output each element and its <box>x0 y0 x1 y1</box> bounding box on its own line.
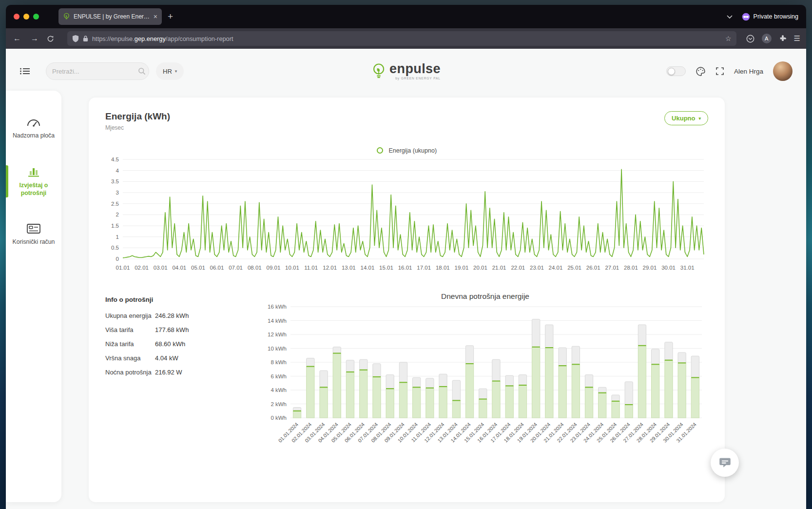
svg-text:1.5: 1.5 <box>111 223 119 229</box>
account-icon[interactable]: A <box>762 34 772 43</box>
svg-text:0: 0 <box>116 256 119 262</box>
info-row: Niža tarifa68.60 kWh <box>105 340 248 348</box>
url-bar[interactable]: https://enpulse.gep.energy/app/consumpti… <box>67 31 736 46</box>
user-name: Alen Hrga <box>734 68 763 75</box>
svg-text:18.01: 18.01 <box>436 265 450 271</box>
tab-title: ENPULSE | by Green Energy Pal <box>74 13 150 20</box>
sidebar-item-label: Izvještaj o potrošnji <box>10 182 58 197</box>
svg-text:07.01: 07.01 <box>229 265 243 271</box>
chat-bubble-icon <box>718 456 732 470</box>
url-domain: gep.energy <box>135 35 166 42</box>
svg-text:04.01: 04.01 <box>172 265 186 271</box>
svg-text:14 kWh: 14 kWh <box>268 318 287 324</box>
svg-text:27.01: 27.01 <box>605 265 619 271</box>
back-button[interactable]: ← <box>12 34 22 43</box>
svg-text:0.5: 0.5 <box>111 245 119 251</box>
info-row: Noćna potrošnja216.92 W <box>105 369 248 376</box>
svg-text:03.01: 03.01 <box>154 265 168 271</box>
svg-text:15.01: 15.01 <box>379 265 393 271</box>
chevron-down-icon: ▾ <box>698 116 701 121</box>
chat-launcher-button[interactable] <box>711 449 739 477</box>
sidebar-item-label: Korisnički račun <box>13 238 55 246</box>
logo-wordmark: enpulse <box>389 62 441 76</box>
site-favicon-icon <box>63 13 70 20</box>
svg-text:20.01: 20.01 <box>473 265 487 271</box>
svg-text:23.01: 23.01 <box>530 265 544 271</box>
svg-text:10 kWh: 10 kWh <box>268 346 287 352</box>
sidebar-item-consumption-report[interactable]: Izvještaj o potrošnji <box>6 161 61 202</box>
info-row: Viša tarifa177.68 kWh <box>105 326 248 333</box>
svg-text:4.5: 4.5 <box>111 157 119 162</box>
window-controls <box>14 14 39 20</box>
svg-text:3.5: 3.5 <box>111 178 119 184</box>
search-input[interactable] <box>52 68 138 75</box>
sidebar: Nadzorna ploča Izvještaj o potrošnji Kor… <box>6 91 61 502</box>
sidebar-item-account[interactable]: Korisnički račun <box>6 218 61 251</box>
tab-list-chevron-icon[interactable] <box>726 15 733 19</box>
svg-text:2 kWh: 2 kWh <box>271 401 287 407</box>
bar-chart-title: Dnevna potrošnja energije <box>262 292 708 301</box>
svg-text:02.01: 02.01 <box>135 265 149 271</box>
language-selector[interactable]: HR ▾ <box>156 62 184 80</box>
svg-text:31.01: 31.01 <box>680 265 695 271</box>
svg-text:8 kWh: 8 kWh <box>271 359 287 365</box>
svg-text:21.01: 21.01 <box>492 265 506 271</box>
legend-ring-icon <box>377 147 383 154</box>
svg-text:30.01: 30.01 <box>661 265 676 271</box>
lock-icon[interactable] <box>83 35 88 42</box>
url-prefix: https://enpulse. <box>92 35 135 42</box>
svg-text:01.01: 01.01 <box>116 265 130 271</box>
svg-text:6 kWh: 6 kWh <box>271 373 287 379</box>
private-mask-icon <box>742 13 750 21</box>
svg-text:25.01: 25.01 <box>567 265 581 271</box>
search-icon[interactable] <box>138 67 146 75</box>
reload-button[interactable] <box>47 35 58 42</box>
tracking-shield-icon[interactable] <box>72 35 79 42</box>
url-text: https://enpulse.gep.energy/app/consumpti… <box>92 35 233 42</box>
browser-window: ENPULSE | by Green Energy Pal × + Privat… <box>6 5 806 509</box>
search-box <box>46 62 149 80</box>
close-window-button[interactable] <box>14 14 19 20</box>
private-browsing-badge: Private browsing <box>742 13 798 21</box>
tab-close-icon[interactable]: × <box>154 13 157 20</box>
report-title: Energija (kWh) <box>105 111 170 122</box>
svg-text:4: 4 <box>116 168 119 174</box>
svg-text:3: 3 <box>116 190 119 196</box>
bookmark-star-icon[interactable]: ☆ <box>725 35 732 42</box>
new-tab-button[interactable]: + <box>168 11 173 22</box>
svg-text:0 kWh: 0 kWh <box>271 415 287 421</box>
minimize-window-button[interactable] <box>23 14 29 20</box>
dark-mode-toggle[interactable] <box>666 66 686 76</box>
browser-tab[interactable]: ENPULSE | by Green Energy Pal × <box>58 8 162 25</box>
pocket-icon[interactable] <box>746 35 754 43</box>
line-chart-legend[interactable]: Energija (ukupno) <box>105 146 708 155</box>
svg-text:4 kWh: 4 kWh <box>271 387 287 393</box>
sidebar-item-label: Nadzorna ploča <box>13 132 55 139</box>
svg-text:10.01: 10.01 <box>285 265 299 271</box>
theme-palette-icon[interactable] <box>696 66 706 77</box>
zoom-window-button[interactable] <box>33 14 39 20</box>
svg-text:11.01: 11.01 <box>304 265 318 271</box>
app-menu-icon[interactable]: ☰ <box>794 34 800 43</box>
sidebar-toggle-icon[interactable] <box>19 67 30 75</box>
consumption-info-panel: Info o potrošnji Ukupna energija246.28 k… <box>105 292 248 454</box>
svg-text:17.01: 17.01 <box>417 265 431 271</box>
report-card: Energija (kWh) Mjesec Ukupno ▾ Energija … <box>89 98 725 502</box>
svg-text:05.01: 05.01 <box>191 265 205 271</box>
sidebar-item-dashboard[interactable]: Nadzorna ploča <box>6 111 61 144</box>
svg-text:26.01: 26.01 <box>586 265 600 271</box>
fullscreen-icon[interactable] <box>715 67 724 76</box>
svg-text:2.5: 2.5 <box>111 201 119 207</box>
svg-text:13.01: 13.01 <box>342 265 356 271</box>
info-row: Ukupna energija246.28 kWh <box>105 312 248 319</box>
svg-text:2: 2 <box>116 212 119 217</box>
language-value: HR <box>163 68 172 75</box>
private-browsing-label: Private browsing <box>754 13 798 20</box>
total-filter-dropdown[interactable]: Ukupno ▾ <box>664 111 708 125</box>
enpulse-bulb-icon <box>371 63 386 79</box>
svg-text:29.01: 29.01 <box>643 265 657 271</box>
user-avatar[interactable] <box>773 61 793 81</box>
extensions-puzzle-icon[interactable] <box>779 35 787 42</box>
header-actions: Alen Hrga <box>666 61 793 81</box>
forward-button[interactable]: → <box>29 34 40 43</box>
